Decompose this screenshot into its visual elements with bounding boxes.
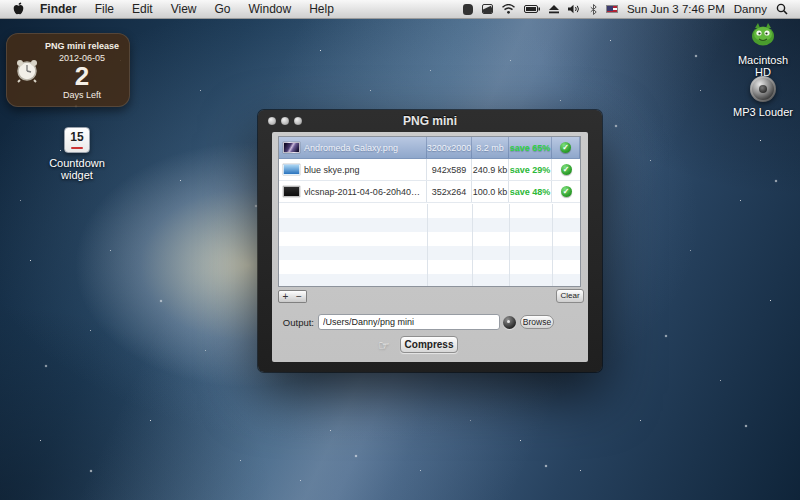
- wifi-icon[interactable]: [502, 4, 515, 14]
- output-path-input[interactable]: [318, 314, 500, 330]
- app-status-icon[interactable]: [463, 4, 473, 15]
- bluetooth-icon[interactable]: [590, 4, 597, 15]
- calendar-icon: 15: [64, 127, 90, 153]
- table-empty-area: [279, 204, 580, 286]
- window-title: PNG mini: [403, 114, 457, 128]
- compress-button[interactable]: Compress: [400, 336, 458, 353]
- desktop-icon-macintosh-hd[interactable]: Macintosh HD: [733, 22, 793, 78]
- calendar-red-strip: [71, 147, 83, 149]
- desktop-icon-mp3-louder[interactable]: MP3 Louder: [728, 76, 798, 118]
- monitor-status-icon[interactable]: [482, 4, 493, 14]
- file-dimensions: 942x589: [427, 159, 472, 180]
- countdown-widget-shortcut[interactable]: 15 Countdown widget: [42, 127, 112, 181]
- file-thumbnail: [283, 186, 300, 197]
- file-savings: save 29%: [509, 159, 552, 180]
- file-thumbnail: [283, 142, 300, 153]
- clear-button[interactable]: Clear: [556, 289, 584, 303]
- file-table: Andromeda Galaxy.png 3200x2000 8.2 mb sa…: [278, 136, 581, 287]
- close-button[interactable]: [268, 117, 276, 125]
- pointing-hand-icon: ☞: [378, 338, 390, 353]
- table-row[interactable]: Andromeda Galaxy.png 3200x2000 8.2 mb sa…: [279, 137, 580, 159]
- menu-finder[interactable]: Finder: [31, 0, 86, 19]
- eject-icon[interactable]: [549, 5, 559, 14]
- browse-button[interactable]: Browse: [520, 315, 554, 329]
- menu-file[interactable]: File: [86, 0, 123, 19]
- apple-menu-icon[interactable]: [12, 2, 25, 16]
- file-size: 100.0 kb: [472, 181, 509, 202]
- column-divider: [552, 204, 553, 286]
- column-divider: [509, 204, 510, 286]
- calendar-day: 15: [65, 128, 89, 146]
- menubar: Finder File Edit View Go Window Help: [0, 0, 800, 19]
- menu-go[interactable]: Go: [206, 0, 240, 19]
- check-icon: ✓: [560, 142, 571, 153]
- file-size: 8.2 mb: [472, 137, 509, 158]
- file-savings: save 48%: [509, 181, 552, 202]
- output-label: Output:: [278, 317, 314, 328]
- widget-days-label: Days Left: [40, 90, 124, 100]
- minimize-button[interactable]: [281, 117, 289, 125]
- compress-row: ☞ Compress: [272, 336, 588, 354]
- zoom-button[interactable]: [294, 117, 302, 125]
- file-dimensions: 3200x2000: [427, 137, 472, 158]
- battery-icon[interactable]: [524, 5, 540, 13]
- reveal-path-icon[interactable]: [503, 316, 516, 329]
- file-name: blue skye.png: [304, 165, 360, 175]
- png-mini-window: PNG mini Andromeda Galaxy.png 3200x2000 …: [258, 110, 602, 372]
- countdown-widget[interactable]: PNG mini release 2012-06-05 2 Days Left: [6, 33, 130, 107]
- file-name: Andromeda Galaxy.png: [304, 143, 398, 153]
- menu-help[interactable]: Help: [300, 0, 343, 19]
- menu-view[interactable]: View: [162, 0, 206, 19]
- macintosh-hd-icon: [749, 22, 777, 46]
- output-row: Output: Browse: [272, 314, 588, 331]
- widget-days-count: 2: [40, 63, 124, 89]
- desktop-wallpaper: PNG mini release 2012-06-05 2 Days Left …: [0, 0, 800, 500]
- table-row[interactable]: vlcsnap-2011-04-06-20h40m36s165.png 352x…: [279, 181, 580, 203]
- menubar-user[interactable]: Danny: [734, 3, 767, 15]
- speaker-icon: [750, 76, 776, 102]
- menu-edit[interactable]: Edit: [123, 0, 162, 19]
- file-size: 240.9 kb: [472, 159, 509, 180]
- column-divider: [427, 204, 428, 286]
- mp3-louder-label: MP3 Louder: [728, 106, 798, 118]
- alarm-clock-icon: [14, 57, 40, 83]
- file-savings: save 65%: [509, 137, 552, 158]
- window-titlebar[interactable]: PNG mini: [258, 110, 602, 132]
- remove-file-button[interactable]: −: [292, 290, 307, 303]
- keyboard-flag-icon[interactable]: [606, 5, 618, 13]
- countdown-widget-label: Countdown widget: [42, 157, 112, 181]
- check-icon: ✓: [561, 186, 572, 197]
- window-content: Andromeda Galaxy.png 3200x2000 8.2 mb sa…: [272, 132, 588, 362]
- menubar-clock[interactable]: Sun Jun 3 7:46 PM: [627, 3, 725, 15]
- widget-title: PNG mini release: [40, 41, 124, 51]
- file-dimensions: 352x264: [427, 181, 472, 202]
- volume-icon[interactable]: [568, 4, 581, 14]
- add-file-button[interactable]: +: [278, 290, 293, 303]
- check-icon: ✓: [561, 164, 572, 175]
- column-divider: [472, 204, 473, 286]
- table-row[interactable]: blue skye.png 942x589 240.9 kb save 29% …: [279, 159, 580, 181]
- macintosh-hd-label: Macintosh HD: [733, 54, 793, 78]
- file-name: vlcsnap-2011-04-06-20h40m36s165.png: [304, 187, 426, 197]
- file-thumbnail: [283, 164, 300, 175]
- menu-window[interactable]: Window: [240, 0, 301, 19]
- spotlight-icon[interactable]: [776, 3, 788, 15]
